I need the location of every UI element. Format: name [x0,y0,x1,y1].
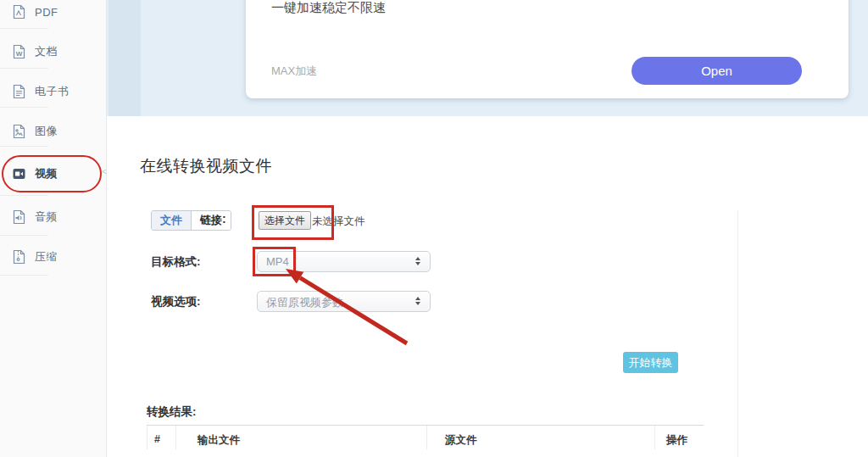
toggle-colon: : [222,212,226,226]
promo-headline: 一键加速稳定不限速 [271,0,386,16]
results-table: # 输出文件 源文件 操作 [147,425,704,449]
sidebar-divider [0,28,48,29]
banner-carousel-strip [108,0,141,116]
file-status-text: 未选择文件 [312,215,365,229]
select-spinner-icon [415,257,420,265]
sidebar-item-audio[interactable]: 音频 [0,198,106,237]
sidebar-item-label: 电子书 [35,84,70,99]
word-file-icon: W [12,44,26,59]
sidebar-divider [0,195,48,196]
target-format-value: MP4 [266,255,289,268]
audio-file-icon [12,209,26,225]
sidebar-divider [0,107,48,108]
target-format-label: 目标格式: [151,254,201,270]
app-screen: PDF W 文档 电子书 [0,0,868,457]
pdf-file-icon [12,4,26,20]
sidebar-divider [0,146,48,147]
zip-file-icon [12,249,26,265]
image-file-icon [12,124,26,139]
video-options-label: 视频选项: [151,294,201,309]
svg-text:W: W [16,50,23,58]
sidebar-item-pdf[interactable]: PDF [0,0,106,31]
table-header-source: 源文件 [426,426,654,449]
select-spinner-icon [415,297,420,305]
sidebar-item-ebook[interactable]: 电子书 [0,72,106,111]
page-title: 在线转换视频文件 [140,155,272,177]
video-options-select[interactable]: 保留原视频参数 [257,291,431,312]
video-options-value: 保留原视频参数 [266,295,343,310]
sidebar-item-label: 音频 [35,209,58,225]
table-header-index: # [147,426,175,449]
open-button[interactable]: Open [632,57,802,85]
choose-file-button[interactable]: 选择文件 [259,211,311,230]
table-header-output: 输出文件 [175,426,426,449]
tab-file[interactable]: 文件 [152,211,192,230]
sidebar-divider [0,68,48,69]
target-format-select[interactable]: MP4 [257,251,431,272]
sidebar-item-video[interactable]: 视频 [0,154,106,193]
sidebar-item-label: PDF [35,6,58,19]
ebook-file-icon [12,84,26,99]
sidebar-item-compress[interactable]: 压缩 [0,237,106,276]
promo-card: 一键加速稳定不限速 MAX加速 Open [246,0,849,98]
sidebar-item-label: 图像 [35,124,58,139]
sidebar-item-doc[interactable]: W 文档 [0,32,106,71]
promo-product-name: MAX加速 [271,64,317,79]
sidebar-divider [0,275,48,276]
results-label: 转换结果: [147,404,197,420]
sidebar: PDF W 文档 电子书 [0,0,107,457]
sidebar-item-label: 文档 [35,44,58,59]
video-file-icon [12,166,26,181]
sidebar-item-label: 压缩 [35,249,58,265]
table-header-action: 操作 [654,426,704,449]
start-convert-button[interactable]: 开始转换 [623,352,678,373]
source-type-toggle: 文件 链接 [151,210,231,231]
sidebar-divider [0,235,48,236]
promo-banner: 一键加速稳定不限速 MAX加速 Open [107,0,868,116]
sidebar-collapse-chevron-icon[interactable]: < [102,166,107,176]
sidebar-item-label: 视频 [35,166,58,181]
content-right-divider [737,210,738,457]
